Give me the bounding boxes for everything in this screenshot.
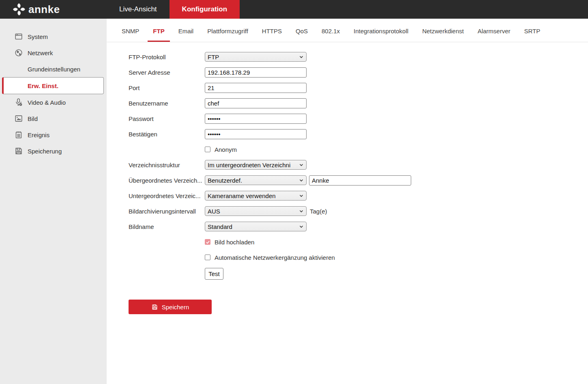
picture-name-value: Standard — [208, 223, 299, 230]
password-row: Passwort — [129, 114, 588, 123]
server-address-input[interactable] — [205, 67, 307, 78]
sidebar-item-label: Speicherung — [28, 148, 62, 155]
child-directory-select[interactable]: Kameraname verwenden — [205, 191, 307, 201]
anonymous-row: Anonym — [129, 145, 588, 154]
server-address-label: Server Adresse — [129, 69, 205, 76]
child-directory-value: Kameraname verwenden — [208, 192, 299, 199]
auto-network-checkbox[interactable] — [205, 255, 210, 260]
archive-interval-select[interactable]: AUS — [205, 206, 307, 216]
upload-picture-label: Bild hochladen — [215, 239, 254, 246]
chevron-down-icon — [299, 54, 304, 59]
nav-configuration[interactable]: Konfiguration — [170, 0, 240, 19]
ftp-settings-form: FTP-Protokoll FTP Server Adresse Port Be… — [107, 42, 588, 314]
directory-structure-value: Im untergeordneten Verzeichni — [208, 162, 299, 168]
tab-alarmserver[interactable]: Alarmserver — [478, 28, 511, 42]
chevron-down-icon — [299, 224, 304, 229]
image-icon — [14, 114, 23, 123]
brand-logo: annke — [0, 0, 107, 19]
ftp-protocol-select[interactable]: FTP — [205, 52, 307, 62]
server-address-row: Server Adresse — [129, 67, 588, 77]
chevron-down-icon — [299, 209, 304, 214]
ftp-protocol-row: FTP-Protokoll FTP — [129, 52, 588, 62]
port-input[interactable] — [205, 83, 307, 93]
tab-https[interactable]: HTTPS — [262, 28, 282, 42]
parent-directory-select[interactable]: Benutzerdef. — [205, 175, 307, 185]
confirm-password-label: Bestätigen — [129, 131, 205, 138]
sidebar-item-label: Erw. Einst. — [28, 82, 58, 89]
chevron-down-icon — [299, 178, 304, 183]
annke-pinwheel-icon — [12, 2, 26, 16]
microphone-icon — [14, 98, 23, 107]
archive-interval-value: AUS — [208, 208, 299, 215]
save-button[interactable]: Speichern — [129, 300, 212, 314]
top-bar: annke Live-Ansicht Konfiguration — [0, 0, 588, 19]
tab-srtp[interactable]: SRTP — [524, 28, 541, 42]
settings-tab-bar: SNMP FTP Email Plattformzugriff HTTPS Qo… — [107, 19, 588, 42]
port-label: Port — [129, 84, 205, 91]
child-directory-row: Untergeordnetes Verzeic... Kameraname ve… — [129, 191, 588, 201]
check-icon — [206, 240, 210, 244]
ftp-protocol-label: FTP-Protokoll — [129, 54, 205, 60]
save-icon — [151, 304, 158, 311]
sidebar-item-ereignis[interactable]: Ereignis — [0, 127, 107, 143]
tab-integrationsprotokoll[interactable]: Integrationsprotokoll — [354, 28, 408, 42]
child-directory-label: Untergeordnetes Verzeic... — [129, 192, 205, 199]
password-input[interactable] — [205, 114, 307, 124]
sidebar-item-system[interactable]: System — [0, 28, 107, 45]
sidebar-item-label: Grundeinstellungen — [28, 66, 80, 73]
chevron-down-icon — [299, 162, 304, 167]
test-row: Test — [129, 268, 588, 280]
directory-structure-label: Verzeichnisstruktur — [129, 162, 205, 168]
archive-interval-label: Bildarchivierungsintervall — [129, 208, 205, 215]
save-button-label: Speichern — [162, 304, 189, 311]
sidebar-item-video-audio[interactable]: Video & Audio — [0, 94, 107, 110]
parent-directory-value: Benutzerdef. — [208, 177, 299, 184]
auto-network-row: Automatische Netzwerkergänzung aktiviere… — [129, 252, 588, 262]
picture-name-label: Bildname — [129, 223, 205, 230]
directory-structure-row: Verzeichnisstruktur Im untergeordneten V… — [129, 160, 588, 170]
upload-picture-checkbox[interactable] — [205, 239, 210, 245]
sidebar-item-label: Bild — [28, 115, 38, 122]
storage-icon — [14, 147, 23, 155]
sidebar-item-grundeinstellungen[interactable]: Grundeinstellungen — [0, 61, 107, 77]
parent-directory-row: Übergeordnetes Verzeich... Benutzerdef. — [129, 175, 588, 185]
anonymous-label: Anonym — [215, 146, 237, 153]
parent-directory-custom-input[interactable] — [309, 175, 411, 186]
event-icon — [14, 130, 23, 139]
ftp-protocol-value: FTP — [208, 54, 299, 60]
sidebar-item-label: Netzwerk — [28, 50, 53, 56]
tab-qos[interactable]: QoS — [296, 28, 308, 42]
tab-8021x[interactable]: 802.1x — [322, 28, 340, 42]
tab-snmp[interactable]: SNMP — [122, 28, 139, 42]
chevron-down-icon — [299, 193, 304, 198]
username-row: Benutzername — [129, 98, 588, 108]
anonymous-checkbox[interactable] — [205, 147, 210, 152]
sidebar-item-label: Video & Audio — [28, 99, 66, 106]
window-icon — [14, 32, 23, 41]
sidebar-item-speicherung[interactable]: Speicherung — [0, 143, 107, 159]
sidebar-item-netzwerk[interactable]: Netzwerk — [0, 45, 107, 61]
confirm-password-row: Bestätigen — [129, 129, 588, 139]
tab-netzwerkdienst[interactable]: Netzwerkdienst — [422, 28, 464, 42]
tab-email[interactable]: Email — [178, 28, 194, 42]
picture-name-select[interactable]: Standard — [205, 222, 307, 231]
port-row: Port — [129, 83, 588, 93]
parent-directory-label: Übergeordnetes Verzeich... — [129, 177, 205, 184]
upload-picture-row: Bild hochladen — [129, 237, 588, 247]
nav-live-view[interactable]: Live-Ansicht — [107, 0, 170, 19]
tab-plattformzugriff[interactable]: Plattformzugriff — [207, 28, 248, 42]
test-button[interactable]: Test — [205, 268, 223, 280]
main-content: SNMP FTP Email Plattformzugriff HTTPS Qo… — [107, 19, 588, 384]
confirm-password-input[interactable] — [205, 129, 307, 139]
username-input[interactable] — [205, 98, 307, 108]
archive-interval-row: Bildarchivierungsintervall AUS Tag(e) — [129, 206, 588, 216]
sidebar-item-bild[interactable]: Bild — [0, 110, 107, 127]
tab-ftp[interactable]: FTP — [153, 28, 164, 42]
auto-network-label: Automatische Netzwerkergänzung aktiviere… — [215, 254, 335, 261]
globe-icon — [14, 48, 23, 57]
sidebar-item-erw-einst[interactable]: Erw. Einst. — [2, 77, 104, 94]
password-label: Passwort — [129, 115, 205, 122]
archive-interval-unit: Tag(e) — [310, 208, 327, 215]
brand-name: annke — [28, 3, 60, 16]
directory-structure-select[interactable]: Im untergeordneten Verzeichni — [205, 160, 307, 170]
